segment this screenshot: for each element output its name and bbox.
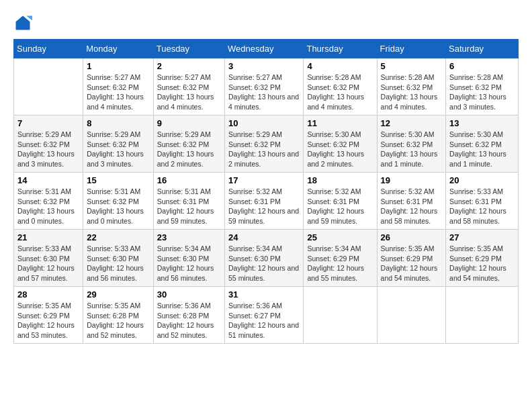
day-info: Sunrise: 5:36 AMSunset: 6:28 PMDaylight:… [157, 301, 221, 340]
calendar-cell: 29Sunrise: 5:35 AMSunset: 6:28 PMDayligh… [83, 287, 153, 344]
calendar-cell: 28Sunrise: 5:35 AMSunset: 6:29 PMDayligh… [14, 287, 83, 344]
calendar-week-row: 21Sunrise: 5:33 AMSunset: 6:30 PMDayligh… [14, 230, 519, 287]
calendar-cell: 21Sunrise: 5:33 AMSunset: 6:30 PMDayligh… [14, 230, 83, 287]
calendar-cell: 11Sunrise: 5:30 AMSunset: 6:32 PMDayligh… [304, 116, 377, 173]
day-number: 21 [17, 232, 79, 242]
day-number: 19 [381, 175, 443, 185]
calendar-cell: 4Sunrise: 5:28 AMSunset: 6:32 PMDaylight… [304, 58, 377, 116]
header-thursday: Thursday [304, 40, 377, 58]
day-info: Sunrise: 5:34 AMSunset: 6:29 PMDaylight:… [307, 244, 373, 283]
calendar-cell [14, 58, 83, 116]
calendar-cell [304, 287, 377, 344]
day-info: Sunrise: 5:29 AMSunset: 6:32 PMDaylight:… [17, 130, 79, 169]
day-number: 14 [17, 175, 79, 185]
day-info: Sunrise: 5:34 AMSunset: 6:30 PMDaylight:… [157, 244, 221, 283]
day-info: Sunrise: 5:30 AMSunset: 6:32 PMDaylight:… [307, 130, 373, 169]
svg-marker-0 [16, 16, 30, 30]
day-info: Sunrise: 5:28 AMSunset: 6:32 PMDaylight:… [307, 73, 373, 112]
day-number: 29 [87, 289, 149, 300]
day-info: Sunrise: 5:33 AMSunset: 6:31 PMDaylight:… [449, 187, 515, 226]
day-number: 3 [228, 61, 300, 71]
day-number: 12 [381, 118, 443, 128]
calendar-cell [377, 287, 446, 344]
day-info: Sunrise: 5:29 AMSunset: 6:32 PMDaylight:… [87, 130, 149, 169]
calendar-header-row: SundayMondayTuesdayWednesdayThursdayFrid… [14, 40, 519, 58]
calendar-cell: 22Sunrise: 5:33 AMSunset: 6:30 PMDayligh… [83, 230, 153, 287]
calendar-cell: 19Sunrise: 5:32 AMSunset: 6:31 PMDayligh… [377, 173, 446, 230]
day-number: 27 [449, 232, 515, 242]
day-number: 24 [228, 232, 300, 242]
day-number: 18 [307, 175, 373, 185]
day-number: 25 [307, 232, 373, 242]
day-info: Sunrise: 5:30 AMSunset: 6:32 PMDaylight:… [381, 130, 443, 169]
day-info: Sunrise: 5:28 AMSunset: 6:32 PMDaylight:… [449, 73, 515, 112]
header-monday: Monday [83, 40, 153, 58]
header-sunday: Sunday [14, 40, 83, 58]
day-number: 16 [157, 175, 221, 185]
calendar-cell: 9Sunrise: 5:29 AMSunset: 6:32 PMDaylight… [153, 116, 224, 173]
day-info: Sunrise: 5:29 AMSunset: 6:32 PMDaylight:… [228, 130, 300, 169]
calendar-cell: 26Sunrise: 5:35 AMSunset: 6:29 PMDayligh… [377, 230, 446, 287]
day-number: 23 [157, 232, 221, 242]
day-number: 31 [228, 289, 300, 300]
calendar-cell: 14Sunrise: 5:31 AMSunset: 6:32 PMDayligh… [14, 173, 83, 230]
day-info: Sunrise: 5:35 AMSunset: 6:28 PMDaylight:… [87, 301, 149, 340]
day-info: Sunrise: 5:32 AMSunset: 6:31 PMDaylight:… [228, 187, 300, 226]
day-info: Sunrise: 5:31 AMSunset: 6:31 PMDaylight:… [157, 187, 221, 226]
day-info: Sunrise: 5:35 AMSunset: 6:29 PMDaylight:… [17, 301, 79, 340]
calendar-week-row: 28Sunrise: 5:35 AMSunset: 6:29 PMDayligh… [14, 287, 519, 344]
day-info: Sunrise: 5:33 AMSunset: 6:30 PMDaylight:… [87, 244, 149, 283]
calendar-week-row: 1Sunrise: 5:27 AMSunset: 6:32 PMDaylight… [14, 58, 519, 116]
day-info: Sunrise: 5:27 AMSunset: 6:32 PMDaylight:… [87, 73, 149, 112]
logo [13, 13, 35, 32]
calendar-week-row: 14Sunrise: 5:31 AMSunset: 6:32 PMDayligh… [14, 173, 519, 230]
day-number: 6 [449, 61, 515, 71]
day-info: Sunrise: 5:30 AMSunset: 6:32 PMDaylight:… [449, 130, 515, 169]
day-info: Sunrise: 5:27 AMSunset: 6:32 PMDaylight:… [157, 73, 221, 112]
calendar-table: SundayMondayTuesdayWednesdayThursdayFrid… [13, 39, 519, 344]
day-number: 13 [449, 118, 515, 128]
day-number: 30 [157, 289, 221, 300]
day-number: 10 [228, 118, 300, 128]
day-number: 28 [17, 289, 79, 300]
calendar-cell: 5Sunrise: 5:28 AMSunset: 6:32 PMDaylight… [377, 58, 446, 116]
day-info: Sunrise: 5:33 AMSunset: 6:30 PMDaylight:… [17, 244, 79, 283]
calendar-cell: 8Sunrise: 5:29 AMSunset: 6:32 PMDaylight… [83, 116, 153, 173]
calendar-cell: 24Sunrise: 5:34 AMSunset: 6:30 PMDayligh… [225, 230, 304, 287]
day-info: Sunrise: 5:36 AMSunset: 6:27 PMDaylight:… [228, 301, 300, 340]
day-number: 5 [381, 61, 443, 71]
calendar-cell: 15Sunrise: 5:31 AMSunset: 6:32 PMDayligh… [83, 173, 153, 230]
calendar-cell: 12Sunrise: 5:30 AMSunset: 6:32 PMDayligh… [377, 116, 446, 173]
day-info: Sunrise: 5:31 AMSunset: 6:32 PMDaylight:… [87, 187, 149, 226]
logo-icon [13, 13, 32, 32]
day-number: 9 [157, 118, 221, 128]
calendar-cell [446, 287, 519, 344]
day-number: 17 [228, 175, 300, 185]
day-number: 11 [307, 118, 373, 128]
day-number: 7 [17, 118, 79, 128]
day-info: Sunrise: 5:34 AMSunset: 6:30 PMDaylight:… [228, 244, 300, 283]
day-number: 2 [157, 61, 221, 71]
calendar-cell: 25Sunrise: 5:34 AMSunset: 6:29 PMDayligh… [304, 230, 377, 287]
calendar-cell: 30Sunrise: 5:36 AMSunset: 6:28 PMDayligh… [153, 287, 224, 344]
header-saturday: Saturday [446, 40, 519, 58]
page-header [13, 13, 519, 32]
calendar-cell: 3Sunrise: 5:27 AMSunset: 6:32 PMDaylight… [225, 58, 304, 116]
day-info: Sunrise: 5:31 AMSunset: 6:32 PMDaylight:… [17, 187, 79, 226]
day-number: 15 [87, 175, 149, 185]
calendar-cell: 20Sunrise: 5:33 AMSunset: 6:31 PMDayligh… [446, 173, 519, 230]
calendar-cell: 10Sunrise: 5:29 AMSunset: 6:32 PMDayligh… [225, 116, 304, 173]
day-info: Sunrise: 5:29 AMSunset: 6:32 PMDaylight:… [157, 130, 221, 169]
calendar-cell: 18Sunrise: 5:32 AMSunset: 6:31 PMDayligh… [304, 173, 377, 230]
calendar-cell: 27Sunrise: 5:35 AMSunset: 6:29 PMDayligh… [446, 230, 519, 287]
header-friday: Friday [377, 40, 446, 58]
day-number: 1 [87, 61, 149, 71]
day-number: 8 [87, 118, 149, 128]
day-number: 4 [307, 61, 373, 71]
calendar-cell: 2Sunrise: 5:27 AMSunset: 6:32 PMDaylight… [153, 58, 224, 116]
day-info: Sunrise: 5:27 AMSunset: 6:32 PMDaylight:… [228, 73, 300, 112]
day-number: 26 [381, 232, 443, 242]
day-number: 22 [87, 232, 149, 242]
calendar-cell: 31Sunrise: 5:36 AMSunset: 6:27 PMDayligh… [225, 287, 304, 344]
day-info: Sunrise: 5:35 AMSunset: 6:29 PMDaylight:… [449, 244, 515, 283]
